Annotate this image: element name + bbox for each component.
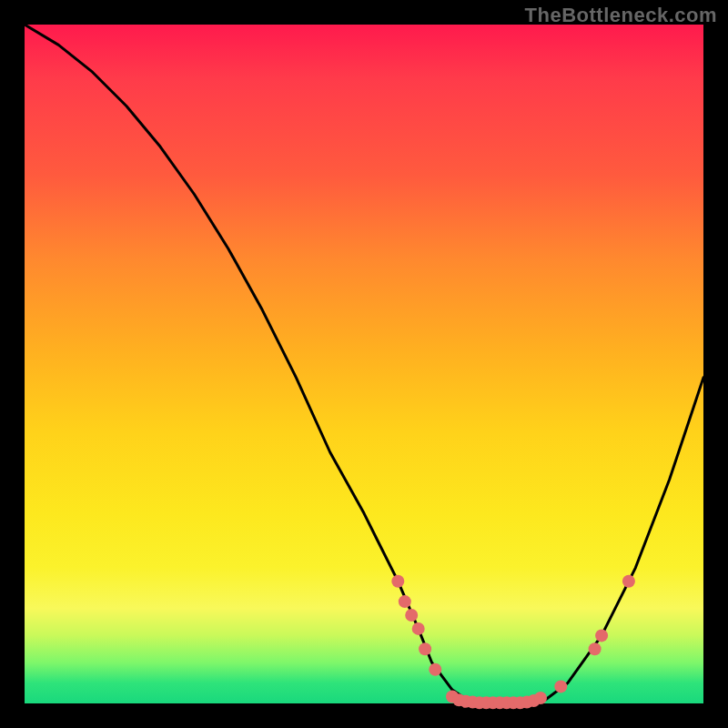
watermark-text: TheBottleneck.com [525,4,717,27]
chart-container: TheBottleneck.com [0,0,728,728]
marker-dot [622,575,635,588]
marker-dot [429,663,441,676]
marker-dot [391,575,404,588]
marker-dot [534,692,547,704]
marker-dot [595,629,608,642]
marker-dot [412,622,425,635]
marker-dot [554,680,567,693]
bottleneck-curve [25,25,703,703]
marker-dot [419,642,431,655]
marker-dot [405,609,418,622]
marker-dot [399,595,411,608]
curve-overlay [25,25,703,703]
marker-dot [589,642,602,655]
